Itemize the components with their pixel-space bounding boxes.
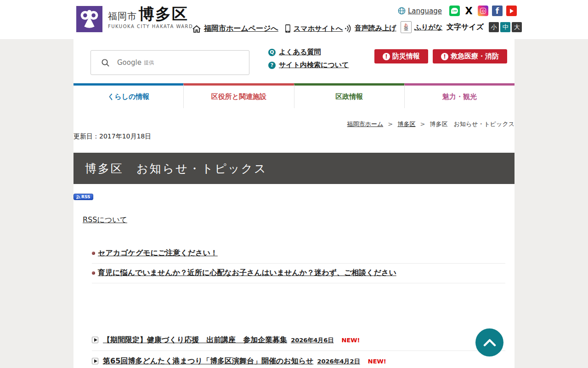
news-date: 2026年4月2日 bbox=[317, 358, 360, 365]
breadcrumb-separator: > bbox=[388, 121, 393, 127]
font-size-small-button[interactable]: 小 bbox=[489, 22, 499, 32]
list-item: 育児に悩んでいませんか？近所に心配なお子さんはいませんか？迷わず、ご相談ください bbox=[92, 264, 505, 283]
list-item: 第65回博多どんたく港まつり「博多区演舞台」開催のお知らせ2026年4月2日 N… bbox=[92, 351, 505, 368]
furigana-link[interactable]: ふりがな bbox=[414, 23, 442, 32]
voice-readout-link[interactable]: 音声読み上げ bbox=[355, 24, 396, 33]
exclamation-icon: ! bbox=[441, 53, 448, 60]
new-badge: NEW! bbox=[368, 358, 386, 365]
breadcrumb: 福岡市ホーム > 博多区 > 博多区 お知らせ・トピックス bbox=[74, 108, 514, 128]
news-link[interactable]: 【期間限定】健康づくり応援 出前講座 参加企業募集2026年4月6日 bbox=[103, 335, 334, 344]
city-home-link[interactable]: 福岡市ホームページへ bbox=[204, 24, 278, 34]
social-links: LINE X f bbox=[449, 6, 517, 16]
disaster-info-button[interactable]: ! 防災情報 bbox=[374, 49, 428, 63]
globe-icon bbox=[398, 7, 406, 15]
faq-link[interactable]: よくある質問 bbox=[279, 48, 321, 57]
font-size-large-button[interactable]: 大 bbox=[512, 22, 522, 32]
news-list: 【期間限定】健康づくり応援 出前講座 参加企業募集2026年4月6日 NEW! … bbox=[92, 330, 505, 368]
instagram-icon[interactable] bbox=[478, 6, 488, 16]
logo-subtitle: FUKUOKA CITY HAKATA WARD bbox=[108, 24, 193, 29]
tab-living-info[interactable]: くらしの情報 bbox=[74, 83, 183, 108]
updated-date: 更新日：2017年10月18日 bbox=[74, 132, 514, 141]
arrow-bullet-icon bbox=[92, 358, 98, 364]
logo-city-text: 福岡市 bbox=[108, 12, 137, 21]
notice-link[interactable]: セアカゴケグモにご注意ください！ bbox=[98, 248, 218, 257]
furigana-icon: あ 亜 bbox=[401, 21, 412, 33]
chevron-up-icon bbox=[483, 339, 496, 346]
line-icon[interactable]: LINE bbox=[449, 6, 460, 16]
search-placeholder: Google bbox=[117, 58, 141, 67]
red-dot-bullet-icon bbox=[92, 271, 95, 275]
site-logo[interactable]: 福岡市 博多区 FUKUOKA CITY HAKATA WARD bbox=[76, 6, 193, 32]
font-size-label: 文字サイズ bbox=[447, 23, 484, 32]
main-content-column: Google 提供 Q よくある質問 ? サイト内検索について ! 防災情報 !… bbox=[74, 39, 514, 368]
search-input[interactable]: Google 提供 bbox=[90, 50, 249, 75]
font-size-medium-button[interactable]: 中 bbox=[500, 22, 510, 32]
tab-ward-administration[interactable]: 区政情報 bbox=[294, 83, 404, 108]
scroll-to-top-button[interactable] bbox=[475, 328, 503, 356]
breadcrumb-separator: > bbox=[420, 121, 425, 127]
youtube-icon[interactable] bbox=[506, 6, 517, 16]
notice-list: セアカゴケグモにご注意ください！ 育児に悩んでいませんか？近所に心配なお子さんは… bbox=[92, 244, 505, 283]
list-item: セアカゴケグモにご注意ください！ bbox=[92, 244, 505, 264]
breadcrumb-city-home-link[interactable]: 福岡市ホーム bbox=[347, 121, 384, 127]
tab-attractions-tourism[interactable]: 魅力・観光 bbox=[404, 83, 514, 108]
list-item: 【期間限定】健康づくり応援 出前講座 参加企業募集2026年4月6日 NEW! bbox=[92, 330, 505, 351]
breadcrumb-ward-link[interactable]: 博多区 bbox=[397, 121, 415, 127]
news-date: 2026年4月6日 bbox=[291, 337, 334, 344]
emergency-medical-button[interactable]: ! 救急医療・消防 bbox=[433, 49, 507, 63]
arrow-bullet-icon bbox=[92, 337, 98, 343]
tab-ward-office[interactable]: 区役所と関連施設 bbox=[183, 83, 294, 108]
news-link[interactable]: 第65回博多どんたく港まつり「博多区演舞台」開催のお知らせ2026年4月2日 bbox=[103, 356, 360, 365]
notice-link[interactable]: 育児に悩んでいませんか？近所に心配なお子さんはいませんか？迷わず、ご相談ください bbox=[98, 268, 396, 277]
question-icon: ? bbox=[268, 62, 276, 69]
breadcrumb-current: 博多区 お知らせ・トピックス bbox=[430, 121, 514, 127]
site-search-about-link[interactable]: サイト内検索について bbox=[279, 61, 349, 69]
new-badge: NEW! bbox=[342, 337, 360, 344]
logo-ward-text: 博多区 bbox=[139, 6, 188, 22]
facebook-icon[interactable]: f bbox=[492, 6, 503, 16]
search-placeholder-sub: 提供 bbox=[144, 59, 154, 66]
search-icon bbox=[101, 58, 110, 67]
exclamation-icon: ! bbox=[383, 53, 390, 60]
voice-readout-icon bbox=[345, 24, 352, 33]
rss-icon bbox=[76, 195, 80, 199]
x-icon[interactable]: X bbox=[464, 6, 474, 16]
red-dot-bullet-icon bbox=[92, 252, 95, 255]
page-title: 博多区 お知らせ・トピックス bbox=[74, 153, 514, 184]
faq-icon: Q bbox=[268, 49, 276, 56]
site-header: 福岡市 博多区 FUKUOKA CITY HAKATA WARD Languag… bbox=[0, 0, 588, 39]
rss-button[interactable]: RSS bbox=[74, 194, 93, 200]
main-nav-tabs: くらしの情報 区役所と関連施設 区政情報 魅力・観光 bbox=[74, 83, 514, 108]
search-band: Google 提供 Q よくある質問 ? サイト内検索について ! 防災情報 !… bbox=[74, 39, 514, 83]
language-link[interactable]: Language bbox=[398, 7, 442, 15]
smartphone-icon bbox=[285, 24, 291, 33]
home-icon bbox=[192, 25, 201, 33]
hakata-ward-emblem-icon bbox=[76, 6, 102, 32]
smartphone-site-link[interactable]: スマホサイトへ bbox=[294, 24, 343, 33]
rss-about-link[interactable]: RSSについて bbox=[83, 215, 127, 225]
